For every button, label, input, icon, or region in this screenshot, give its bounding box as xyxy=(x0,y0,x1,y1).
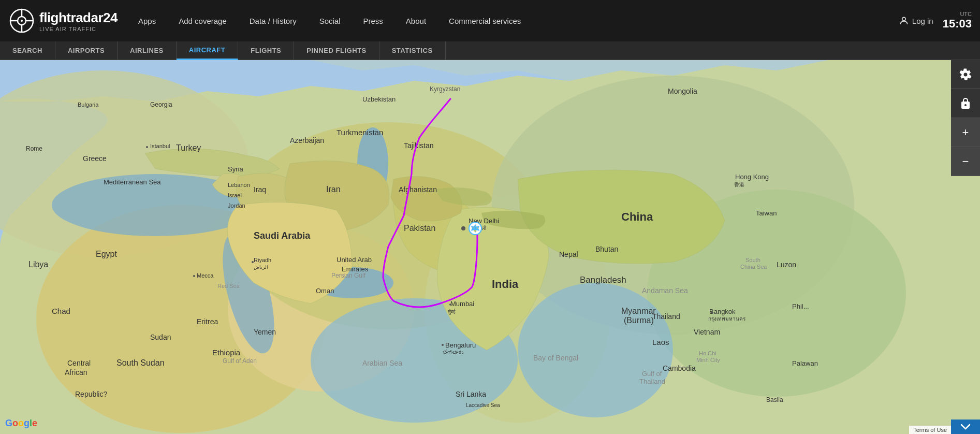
svg-text:Saudi Arabia: Saudi Arabia xyxy=(254,230,311,241)
nav-press[interactable]: Press xyxy=(352,0,394,41)
svg-text:Libya: Libya xyxy=(28,260,48,269)
svg-point-19 xyxy=(518,283,673,417)
utc-time: 15:03 xyxy=(943,17,972,31)
svg-text:Rome: Rome xyxy=(26,145,42,152)
svg-text:South Sudan: South Sudan xyxy=(116,358,165,367)
svg-text:China: China xyxy=(621,210,653,223)
nav-data-history[interactable]: Data / History xyxy=(238,0,308,41)
logo-title: flightradar24 xyxy=(39,10,118,26)
nav-about[interactable]: About xyxy=(394,0,437,41)
nav-social[interactable]: Social xyxy=(308,0,352,41)
svg-text:Greece: Greece xyxy=(83,154,107,163)
chevron-down-icon xyxy=(960,423,971,431)
settings-icon xyxy=(959,68,972,81)
svg-point-2 xyxy=(21,20,23,22)
logo-subtitle: LIVE AIR TRAFFIC xyxy=(39,26,118,32)
logo[interactable]: flightradar24 LIVE AIR TRAFFIC xyxy=(0,8,127,33)
bottom-panel-toggle[interactable] xyxy=(951,419,980,434)
subnav-pinned-flights[interactable]: PINNED FLIGHTS xyxy=(294,41,379,60)
svg-text:मुंबई: मुंबई xyxy=(447,309,456,315)
utc-label: UTC xyxy=(960,11,972,17)
svg-text:الرياض: الرياض xyxy=(254,265,268,270)
subnav-flights[interactable]: FLIGHTS xyxy=(238,41,294,60)
svg-text:Eritrea: Eritrea xyxy=(197,317,218,326)
svg-text:Andaman Sea: Andaman Sea xyxy=(642,286,688,295)
top-navigation: flightradar24 LIVE AIR TRAFFIC Apps Add … xyxy=(0,0,980,41)
svg-text:Bulgaria: Bulgaria xyxy=(78,102,99,108)
subnav-aircraft[interactable]: AIRCRAFT xyxy=(177,41,238,60)
svg-text:Persian Gulf: Persian Gulf xyxy=(331,272,366,279)
svg-text:Bangladesh: Bangladesh xyxy=(580,275,626,285)
svg-text:Mongolia: Mongolia xyxy=(668,87,697,95)
svg-text:Cambodia: Cambodia xyxy=(663,364,696,372)
svg-text:United Arab: United Arab xyxy=(337,256,372,264)
user-icon xyxy=(899,16,909,26)
svg-text:Georgia: Georgia xyxy=(150,101,172,108)
svg-text:Gulf of Aden: Gulf of Aden xyxy=(223,357,257,365)
svg-text:香港: 香港 xyxy=(734,182,744,187)
svg-text:Sri Lanka: Sri Lanka xyxy=(456,390,486,398)
svg-text:Tajikistan: Tajikistan xyxy=(404,141,434,150)
svg-text:Phil...: Phil... xyxy=(792,302,809,310)
svg-text:Palawan: Palawan xyxy=(792,359,818,367)
subnav-airlines[interactable]: AIRLINES xyxy=(118,41,177,60)
svg-text:Azerbaijan: Azerbaijan xyxy=(290,136,324,144)
svg-point-7 xyxy=(902,17,906,21)
svg-text:Red Sea: Red Sea xyxy=(217,283,240,289)
svg-text:Iraq: Iraq xyxy=(254,185,266,194)
svg-point-96 xyxy=(252,261,254,263)
google-logo: Google xyxy=(5,418,37,429)
svg-text:Turkey: Turkey xyxy=(176,143,201,152)
subnav-statistics[interactable]: STATISTICS xyxy=(379,41,446,60)
lock-expand-button[interactable] xyxy=(951,89,980,118)
lock-expand-icon xyxy=(959,97,972,110)
svg-text:Mediterranean Sea: Mediterranean Sea xyxy=(104,178,161,186)
flightradar-logo-icon xyxy=(9,8,34,33)
svg-text:Riyadh: Riyadh xyxy=(254,257,271,263)
svg-text:Istanbul: Istanbul xyxy=(150,143,170,149)
nav-right: Log in UTC 15:03 xyxy=(899,11,980,31)
svg-text:Oman: Oman xyxy=(316,287,334,295)
svg-point-92 xyxy=(146,146,148,148)
map-background: Greece Turkey Mediterranean Sea Syria Le… xyxy=(0,60,980,434)
svg-text:Lebanon: Lebanon xyxy=(228,182,250,188)
svg-text:Jordan: Jordan xyxy=(228,202,245,209)
svg-text:Ethiopia: Ethiopia xyxy=(212,348,241,357)
svg-text:Laos: Laos xyxy=(652,338,669,346)
svg-text:Bengaluru: Bengaluru xyxy=(445,341,476,349)
svg-text:Pakistan: Pakistan xyxy=(404,224,435,233)
nav-add-coverage[interactable]: Add coverage xyxy=(167,0,238,41)
svg-text:Basila: Basila xyxy=(766,396,783,403)
svg-text:Nepal: Nepal xyxy=(559,250,578,258)
svg-text:Mumbai: Mumbai xyxy=(450,300,474,308)
svg-text:Mecca: Mecca xyxy=(197,272,214,279)
svg-text:Yemen: Yemen xyxy=(254,328,276,336)
zoom-in-button[interactable]: + xyxy=(951,118,980,147)
svg-text:Syria: Syria xyxy=(228,165,243,173)
svg-text:China Sea: China Sea xyxy=(740,264,767,270)
terms-of-use[interactable]: Terms of Use xyxy=(909,426,951,434)
nav-commercial[interactable]: Commercial services xyxy=(437,0,532,41)
map-container[interactable]: Greece Turkey Mediterranean Sea Syria Le… xyxy=(0,60,980,434)
utc-time-display: UTC 15:03 xyxy=(943,11,972,31)
svg-text:Sudan: Sudan xyxy=(150,333,171,341)
svg-text:Kyrgyzstan: Kyrgyzstan xyxy=(430,85,460,93)
nav-apps[interactable]: Apps xyxy=(127,0,167,41)
svg-point-93 xyxy=(461,226,465,230)
svg-text:Gulf of: Gulf of xyxy=(642,370,662,378)
svg-point-98 xyxy=(711,311,713,313)
svg-text:Bhutan: Bhutan xyxy=(595,245,618,253)
settings-button[interactable] xyxy=(951,60,980,89)
nav-links: Apps Add coverage Data / History Social … xyxy=(127,0,899,41)
subnav-search[interactable]: SEARCH xyxy=(0,41,55,60)
zoom-out-button[interactable]: − xyxy=(951,147,980,176)
login-button[interactable]: Log in xyxy=(899,16,933,26)
svg-point-97 xyxy=(193,275,195,277)
svg-text:Uzbekistan: Uzbekistan xyxy=(362,95,396,103)
svg-text:Bangkok: Bangkok xyxy=(709,308,736,315)
svg-text:Ho Chi: Ho Chi xyxy=(699,350,716,356)
svg-text:South: South xyxy=(745,257,760,263)
svg-text:Thailand: Thailand xyxy=(652,312,680,321)
svg-text:Republic?: Republic? xyxy=(75,390,107,398)
subnav-airports[interactable]: AIRPORTS xyxy=(55,41,118,60)
